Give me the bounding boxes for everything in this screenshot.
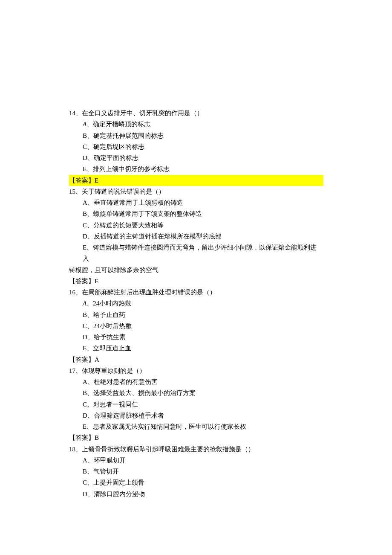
option-sep: 、 xyxy=(87,210,93,217)
option-sep: 、 xyxy=(86,244,93,251)
option-label: C xyxy=(83,222,87,229)
option-text: 上提并固定上颌骨 xyxy=(93,479,144,486)
option-label: B xyxy=(83,468,87,475)
option: E、立即压迫止血 xyxy=(69,343,323,354)
option: C、上提并固定上颌骨 xyxy=(69,477,323,488)
question-stem: 17、体现尊重原则的是（） xyxy=(69,365,323,376)
option-text: 反插铸道的主铸道针插在熔模所在模型的底部 xyxy=(94,233,222,240)
option-text: 选择受益最大、损伤最小的治疗方案 xyxy=(93,389,196,396)
option-text: 排列上颌中切牙的参考标志 xyxy=(93,166,170,172)
question-number-sep: 、 xyxy=(75,367,82,374)
question-stem-text: 体现尊重原则的是（） xyxy=(82,367,146,374)
option-text: 合理筛选肾脏移植手术者 xyxy=(94,412,164,419)
option-text: 立即压迫止血 xyxy=(93,345,131,352)
option-label: D xyxy=(83,491,87,497)
answer-value: E xyxy=(95,278,98,285)
option-label: C xyxy=(83,143,87,150)
option-text: 气管切开 xyxy=(93,468,119,475)
option: A、杜绝对患者的有意伤害 xyxy=(69,376,323,387)
option-sep: 、 xyxy=(87,457,94,464)
answer-prefix: 【答案】 xyxy=(69,356,95,363)
option-label: B xyxy=(83,311,87,318)
option: B、螺旋单铸道常用于下颌支架的整体铸造 xyxy=(69,208,323,219)
option: B、确定基托伸展范围的标志 xyxy=(69,130,323,141)
option: A、24小时内热敷 xyxy=(69,298,323,309)
option-sep: 、 xyxy=(86,166,93,172)
option: D、给予抗生素 xyxy=(69,331,323,343)
answer-value: E xyxy=(95,177,98,184)
option: A、确定牙槽嵴顶的标志 xyxy=(69,119,323,130)
option-label: C xyxy=(83,479,87,486)
option-label: D xyxy=(83,154,87,161)
option-text: 环甲膜切开 xyxy=(94,457,126,464)
option-sep: 、 xyxy=(86,345,93,352)
option-text: 铸道熔模与蜡铸件连接圆滑而无弯角，留出少许细小间隙，以保证熔金能顺利进入 xyxy=(83,244,317,262)
option: C、24小时后热敷 xyxy=(69,320,323,331)
question-number: 16 xyxy=(69,289,75,296)
option: C、确定后堤区的标志 xyxy=(69,141,323,152)
option-text: 螺旋单铸道常用于下颌支架的整体铸造 xyxy=(93,210,202,217)
option: A、环甲膜切开 xyxy=(69,455,323,466)
option: D、确定平面的标志 xyxy=(69,152,323,163)
option-text: 垂直铸道常用于上颌腭板的铸造 xyxy=(94,199,183,206)
option-text: 24小时后热敷 xyxy=(93,323,132,329)
question-number-sep: 、 xyxy=(75,446,82,453)
option-text: 确定平面的标志 xyxy=(94,154,138,161)
question-number: 15 xyxy=(69,188,75,195)
question-stem: 14、在全口义齿排牙中、切牙乳突的作用是（） xyxy=(69,108,323,119)
option-label: A xyxy=(83,378,87,385)
option-sep: 、 xyxy=(87,323,93,329)
option-text: 患者及家属无法实行知情同意时，医生可以行使家长权 xyxy=(93,423,246,430)
option-label: C xyxy=(83,323,87,329)
option-label: A xyxy=(83,199,87,206)
question-stem: 18、上颌骨骨折致软腭后坠引起呼吸困难最主要的抢救措施是（） xyxy=(69,444,323,455)
option-label: D xyxy=(83,412,87,419)
option: D、清除口腔内分泌物 xyxy=(69,488,323,500)
answer-line: 【答案】B xyxy=(69,432,323,443)
answer-prefix: 【答案】 xyxy=(69,177,95,184)
question-number: 14 xyxy=(69,110,75,116)
answer-prefix: 【答案】 xyxy=(69,434,95,441)
option-sep: 、 xyxy=(87,401,93,408)
option-label: B xyxy=(83,132,87,139)
option-text: 确定后堤区的标志 xyxy=(93,143,144,150)
exam-page: 14、在全口义齿排牙中、切牙乳突的作用是（）A、确定牙槽嵴顶的标志B、确定基托伸… xyxy=(0,0,392,555)
option-label: A xyxy=(83,457,87,464)
option: A、垂直铸道常用于上颌腭板的铸造 xyxy=(69,197,323,208)
option-label: E xyxy=(83,423,86,430)
option-sep: 、 xyxy=(87,311,93,318)
option-text: 确定牙槽嵴顶的标志 xyxy=(93,121,150,128)
question-number-sep: 、 xyxy=(75,289,82,296)
question-stem-text: 在全口义齿排牙中、切牙乳突的作用是（） xyxy=(82,110,203,116)
option-text: 给予止血药 xyxy=(93,311,125,318)
option-label: B xyxy=(83,210,87,217)
option: B、给予止血药 xyxy=(69,309,323,320)
option: E、排列上颌中切牙的参考标志 xyxy=(69,163,323,174)
option: B、气管切开 xyxy=(69,466,323,477)
option-label: C xyxy=(83,401,87,408)
answer-line: 【答案】A xyxy=(69,354,323,365)
answer-value: B xyxy=(95,434,99,441)
option-sep: 、 xyxy=(87,479,93,486)
option-sep: 、 xyxy=(87,468,93,475)
option-text: 确定基托伸展范围的标志 xyxy=(93,132,164,139)
option: C、对患者一视同仁 xyxy=(69,399,323,410)
answer-line: 【答案】E xyxy=(69,276,323,287)
option-sep: 、 xyxy=(87,143,93,150)
option-sep: 、 xyxy=(87,222,93,229)
question-number-sep: 、 xyxy=(75,110,82,116)
option-sep: 、 xyxy=(87,491,94,497)
question-number: 18 xyxy=(69,446,75,453)
question-stem: 15、关于铸道的说法错误的是（） xyxy=(69,186,323,197)
option-text: 给予抗生素 xyxy=(94,334,126,340)
option-sep: 、 xyxy=(87,199,94,206)
option: B、选择受益最大、损伤最小的治疗方案 xyxy=(69,387,323,398)
question-stem-text: 在局部麻醉注射后出现血肿处理时错误的是（） xyxy=(82,289,216,296)
question-stem: 16、在局部麻醉注射后出现血肿处理时错误的是（） xyxy=(69,287,323,298)
option-label: D xyxy=(83,233,87,240)
option: D、合理筛选肾脏移植手术者 xyxy=(69,410,323,421)
option-sep: 、 xyxy=(86,121,93,128)
option-text-continuation: 铸模腔，且可以排除多余的空气 xyxy=(69,264,323,276)
answer-prefix: 【答案】 xyxy=(69,278,95,285)
option-label: E xyxy=(83,345,86,352)
